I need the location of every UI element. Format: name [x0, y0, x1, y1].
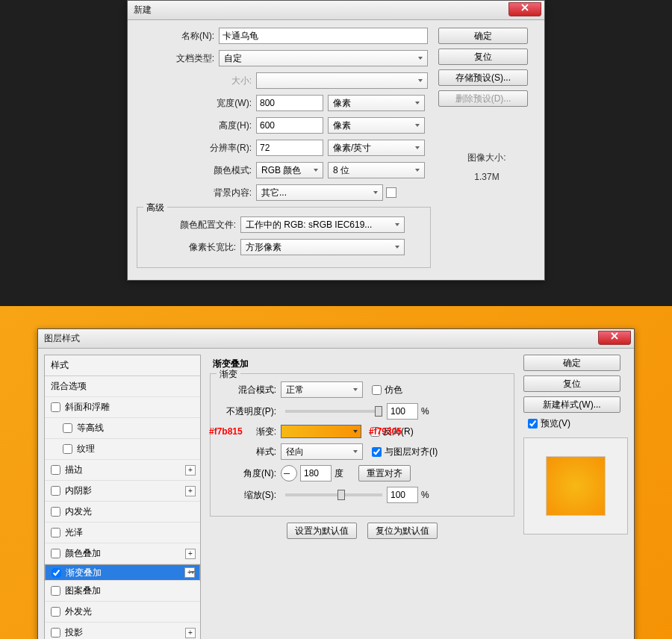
gradientoverlay-add-icon[interactable]: +: [184, 567, 195, 578]
res-input[interactable]: [256, 140, 323, 156]
bits-select[interactable]: 8 位: [328, 162, 425, 178]
innershadow-add-icon[interactable]: +: [185, 486, 196, 496]
contour-item[interactable]: 等高线: [45, 418, 200, 439]
new-document-dialog: 新建 名称(N): 文档类型: 自定 大小: 宽度: [127, 0, 545, 281]
new-style-button[interactable]: 新建样式(W)...: [523, 396, 620, 413]
outerglow-checkbox[interactable]: [51, 607, 60, 617]
titlebar[interactable]: 图层样式: [38, 329, 634, 349]
patternoverlay-checkbox[interactable]: [51, 586, 60, 596]
coloroverlay-checkbox[interactable]: [51, 549, 60, 558]
preview-swatch: [546, 456, 606, 516]
close-button[interactable]: [598, 331, 631, 345]
opacity-slider[interactable]: [285, 410, 382, 413]
color2-annotation: #f79305: [369, 426, 402, 437]
aspect-select[interactable]: 方形像素: [240, 239, 405, 255]
width-input[interactable]: [256, 95, 323, 111]
bg-select[interactable]: 其它...: [256, 184, 383, 201]
save-preset-button[interactable]: 存储预设(S)...: [438, 69, 528, 86]
styles-header: 样式: [45, 355, 200, 376]
preview-label: 预览(V): [541, 417, 570, 430]
dropshadow-add-icon[interactable]: +: [185, 628, 196, 638]
scale-input[interactable]: [387, 487, 418, 503]
width-label: 宽度(W):: [137, 97, 256, 110]
height-input[interactable]: [256, 117, 323, 134]
contour-checkbox[interactable]: [63, 423, 72, 433]
height-unit-select[interactable]: 像素: [328, 117, 425, 134]
reset-button[interactable]: 复位: [523, 375, 620, 392]
ok-button[interactable]: 确定: [523, 355, 620, 371]
style-label: 样式:: [217, 446, 281, 458]
scale-slider[interactable]: [285, 493, 382, 496]
size-select[interactable]: [256, 72, 428, 89]
preview-checkbox[interactable]: [528, 419, 538, 428]
advanced-label: 高级: [143, 202, 167, 214]
satin-checkbox[interactable]: [51, 528, 60, 537]
imagesize-value: 1.37M: [438, 172, 535, 182]
gradient-picker[interactable]: [281, 425, 361, 438]
reset-align-button[interactable]: 重置对齐: [358, 465, 411, 481]
res-label: 分辨率(R):: [137, 142, 256, 155]
texture-item[interactable]: 纹理: [45, 439, 200, 460]
dither-checkbox[interactable]: [372, 385, 382, 395]
gradientoverlay-checkbox[interactable]: [52, 568, 61, 578]
align-label: 与图层对齐(I): [385, 446, 438, 458]
stroke-checkbox[interactable]: [51, 465, 60, 475]
gradientoverlay-item[interactable]: 渐变叠加+: [45, 564, 200, 581]
bg-label: 背景内容:: [137, 187, 256, 199]
style-select[interactable]: 径向: [281, 443, 363, 460]
doctype-select[interactable]: 自定: [219, 50, 428, 66]
coloroverlay-item[interactable]: 颜色叠加+: [45, 543, 200, 564]
outerglow-item[interactable]: 外发光: [45, 602, 200, 623]
titlebar[interactable]: 新建: [128, 1, 544, 20]
bg-color-swatch[interactable]: [386, 187, 396, 198]
width-unit-select[interactable]: 像素: [328, 95, 425, 111]
dither-label: 仿色: [385, 384, 402, 396]
gradient-group: 渐变 混合模式: 正常 仿色 不透明度(P): % #f7b815: [210, 373, 514, 517]
innershadow-item[interactable]: 内阴影+: [45, 481, 200, 502]
opacity-label: 不透明度(P):: [217, 405, 281, 418]
coloroverlay-add-icon[interactable]: +: [185, 549, 196, 559]
opacity-input[interactable]: [387, 403, 418, 420]
bevel-checkbox[interactable]: [51, 402, 60, 412]
size-label: 大小:: [137, 75, 256, 87]
innerglow-item[interactable]: 内发光: [45, 502, 200, 523]
angle-input[interactable]: [300, 465, 332, 481]
stroke-add-icon[interactable]: +: [185, 465, 196, 476]
dropshadow-checkbox[interactable]: [51, 628, 60, 638]
innerglow-checkbox[interactable]: [51, 507, 60, 517]
ok-button[interactable]: 确定: [438, 28, 528, 44]
name-input[interactable]: [219, 28, 428, 44]
blend-options-item[interactable]: 混合选项: [45, 376, 200, 397]
close-button[interactable]: [508, 2, 541, 16]
reset-button[interactable]: 复位: [438, 49, 528, 65]
effects-list: 样式 混合选项 斜面和浮雕 等高线 纹理 描边+ 内阴影+ 内发光 光泽 颜色叠…: [44, 355, 201, 639]
patternoverlay-item[interactable]: 图案叠加: [45, 581, 200, 602]
doctype-label: 文档类型:: [137, 52, 219, 65]
dropshadow-item[interactable]: 投影+: [45, 623, 200, 639]
reset-default-button[interactable]: 复位为默认值: [367, 523, 438, 539]
res-unit-select[interactable]: 像素/英寸: [328, 140, 425, 156]
advanced-group: 高级 颜色配置文件: 工作中的 RGB: sRGB IEC619... 像素长宽…: [137, 207, 431, 268]
mode-select[interactable]: RGB 颜色: [256, 162, 323, 178]
percent-label-2: %: [421, 490, 429, 500]
dialog-title: 图层样式: [44, 332, 80, 345]
blendmode-select[interactable]: 正常: [281, 381, 363, 398]
angle-dial[interactable]: [281, 465, 297, 481]
stroke-item[interactable]: 描边+: [45, 460, 200, 481]
angle-label: 角度(N):: [217, 467, 281, 480]
mode-label: 颜色模式:: [137, 164, 256, 177]
percent-label: %: [421, 406, 429, 417]
color1-annotation: #f7b815: [209, 426, 243, 437]
texture-checkbox[interactable]: [63, 444, 72, 454]
satin-item[interactable]: 光泽: [45, 523, 200, 543]
degree-label: 度: [335, 467, 343, 480]
bevel-item[interactable]: 斜面和浮雕: [45, 397, 200, 418]
scale-label: 缩放(S):: [217, 489, 281, 502]
name-label: 名称(N):: [137, 30, 219, 43]
profile-select[interactable]: 工作中的 RGB: sRGB IEC619...: [240, 216, 405, 233]
innershadow-checkbox[interactable]: [51, 486, 60, 496]
set-default-button[interactable]: 设置为默认值: [287, 523, 357, 539]
layer-style-dialog: 图层样式 样式 混合选项 斜面和浮雕 等高线 纹理 描边+ 内阴影+ 内发光 光…: [37, 328, 635, 639]
height-label: 高度(H):: [137, 119, 256, 132]
align-checkbox[interactable]: [372, 447, 382, 457]
